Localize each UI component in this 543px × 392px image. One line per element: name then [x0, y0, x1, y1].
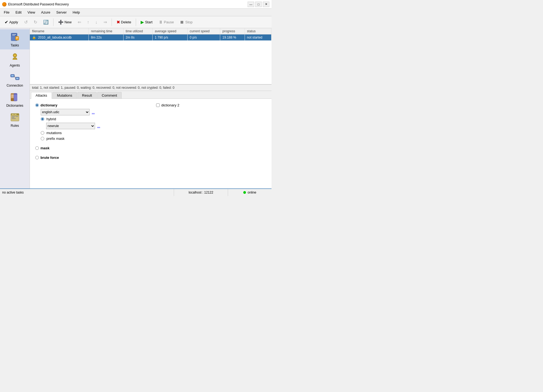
dictionary-sub: english.udic ... hybrid — [41, 109, 145, 141]
cell-remaining-time: 8m 22s — [89, 34, 124, 41]
brute-force-radio[interactable] — [35, 156, 39, 159]
toolbar-separator-2 — [112, 18, 112, 26]
undo-icon: ↺ — [24, 20, 28, 25]
sidebar-rules-label: Rules — [11, 124, 19, 128]
start-icon: ▶ — [141, 20, 144, 25]
cell-progress: 19.188 % — [220, 34, 245, 41]
menu-help[interactable]: Help — [70, 10, 83, 15]
cell-status: not started — [245, 34, 271, 41]
connection-icon — [10, 72, 20, 83]
undo-button[interactable]: ↺ — [22, 18, 30, 26]
move-down-button[interactable]: ↓ — [93, 18, 100, 26]
mask-attack-section: mask — [35, 146, 145, 150]
stop-button[interactable]: ⏹ Stop — [177, 18, 195, 26]
dictionary-radio-label[interactable]: dictionary — [35, 103, 145, 107]
delete-label: Delete — [121, 20, 131, 24]
mask-radio-label[interactable]: mask — [35, 146, 145, 150]
title-bar-left: Elcomsoft Distributed Password Recovery — [2, 2, 69, 7]
sidebar-connection-label: Connection — [7, 84, 23, 87]
lock-icon: 🔒 — [32, 36, 36, 39]
sidebar-item-rules[interactable]: Rules — [0, 110, 30, 130]
app-status-bar: no active tasks localhost : 12122 online — [0, 188, 272, 196]
tab-attacks[interactable]: Attacks — [31, 92, 52, 99]
move-top-button[interactable]: ⇐ — [75, 18, 84, 26]
minimize-button[interactable]: — — [248, 2, 254, 7]
content-area: filename remaining time time utilized av… — [30, 28, 272, 188]
hybrid-radio-label[interactable]: hybrid — [46, 117, 56, 121]
mask-radio[interactable] — [35, 146, 39, 150]
menu-server[interactable]: Server — [53, 10, 69, 15]
title-bar-controls: — □ ✕ — [248, 2, 269, 7]
brute-force-radio-label[interactable]: brute force — [35, 156, 145, 160]
dictionary-attack-section: dictionary english.udic ... — [35, 103, 145, 141]
redo-button[interactable]: ↻ — [31, 18, 40, 26]
svg-rect-6 — [16, 38, 18, 39]
status-online-text: online — [248, 191, 256, 194]
refresh-icon: 🔄 — [43, 20, 49, 25]
col-remaining-time: remaining time — [89, 28, 124, 34]
cell-filename: 🔒 2010_all_labuda.accdb — [30, 34, 89, 41]
apply-label: Apply — [9, 20, 18, 24]
tab-mutations[interactable]: Mutations — [52, 92, 77, 99]
delete-button[interactable]: ✖ Delete — [114, 18, 134, 26]
stop-icon: ⏹ — [180, 20, 184, 25]
pause-icon: ⏸ — [159, 20, 163, 25]
cell-current-speed: 0 p/s — [187, 34, 220, 41]
menu-file[interactable]: File — [1, 10, 12, 15]
svg-rect-20 — [14, 93, 17, 101]
status-host-text: localhost : 12122 — [189, 191, 213, 194]
mutations-row: mutations — [41, 131, 145, 135]
dictionary-radio[interactable] — [35, 103, 39, 107]
apply-button[interactable]: ✔ Apply — [2, 18, 21, 26]
restore-button[interactable]: □ — [255, 2, 262, 7]
mutations-radio-label[interactable]: mutations — [46, 131, 62, 135]
pause-button[interactable]: ⏸ Pause — [156, 18, 176, 26]
prefix-mask-radio-label[interactable]: prefix mask — [46, 137, 64, 141]
dictionary2-checkbox[interactable] — [156, 103, 160, 107]
hybrid-select[interactable]: newrule — [46, 123, 95, 129]
menu-view[interactable]: View — [25, 10, 38, 15]
main-layout: Tasks Agents Con — [0, 28, 272, 188]
hybrid-browse-button[interactable]: ... — [97, 124, 100, 128]
col-current-speed: current speed — [187, 28, 220, 34]
refresh-button[interactable]: 🔄 — [41, 18, 51, 26]
pause-label: Pause — [164, 20, 174, 24]
menu-edit[interactable]: Edit — [13, 10, 24, 15]
status-right: online — [228, 191, 272, 194]
start-button[interactable]: ▶ Start — [138, 18, 155, 26]
move-up-icon: ↑ — [87, 20, 89, 25]
sidebar-item-dictionaries[interactable]: Dictionaries — [0, 90, 30, 110]
table-row[interactable]: 🔒 2010_all_labuda.accdb 8m 22s 2m 8s 1 7… — [30, 34, 272, 41]
dict1-browse-button[interactable]: ... — [92, 110, 95, 114]
move-bottom-button[interactable]: ⇒ — [101, 18, 109, 26]
col-time-utilized: time utilized — [123, 28, 152, 34]
tab-comment[interactable]: Comment — [97, 92, 122, 99]
hybrid-radio[interactable] — [41, 117, 44, 121]
sidebar-item-tasks[interactable]: Tasks — [0, 29, 30, 49]
tab-result[interactable]: Result — [77, 92, 97, 99]
attack-col-left: dictionary english.udic ... — [35, 103, 145, 163]
new-button[interactable]: ➕ New — [56, 18, 74, 26]
prefix-mask-radio[interactable] — [41, 137, 44, 140]
title-bar: Elcomsoft Distributed Password Recovery … — [0, 0, 272, 9]
cell-average-speed: 1 790 p/s — [152, 34, 187, 41]
svg-rect-25 — [14, 114, 17, 115]
sidebar-item-agents[interactable]: Agents — [0, 49, 30, 69]
sidebar-item-connection[interactable]: Connection — [0, 69, 30, 90]
move-up-button[interactable]: ↑ — [85, 18, 92, 26]
brute-force-attack-section: brute force — [35, 156, 145, 160]
menu-azure[interactable]: Azure — [38, 10, 53, 15]
dictionary-label: dictionary — [40, 103, 57, 107]
apply-icon: ✔ — [5, 20, 8, 25]
move-bottom-icon: ⇒ — [103, 20, 107, 25]
close-button[interactable]: ✕ — [263, 2, 269, 7]
svg-rect-27 — [15, 116, 18, 117]
online-indicator — [243, 191, 246, 194]
dict1-select[interactable]: english.udic — [41, 109, 90, 115]
toolbar-separator-1 — [53, 18, 53, 26]
task-table-wrap: filename remaining time time utilized av… — [30, 28, 272, 84]
hybrid-rule-row: newrule ... — [46, 123, 145, 129]
col-average-speed: average speed — [152, 28, 187, 34]
dictionary2-checkbox-label[interactable]: dictionary 2 — [156, 103, 266, 107]
mutations-radio[interactable] — [41, 131, 44, 135]
